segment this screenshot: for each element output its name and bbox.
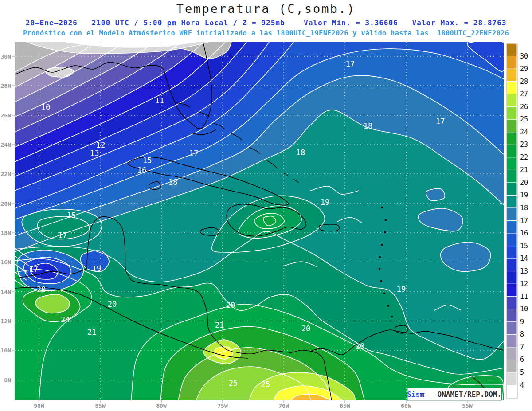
lat-tick-label: 24N — [1, 141, 12, 148]
colorbar-segment — [507, 309, 517, 322]
valid-time-line: 20–Ene–2026 2100 UTC / 5:00 pm Hora Loca… — [0, 19, 532, 27]
lat-tick-label: 26N — [1, 112, 12, 119]
colorbar-label: 18 — [520, 204, 528, 212]
colorbar-label: 14 — [520, 254, 528, 262]
contour-label: 15 — [143, 156, 152, 165]
colorbar-label: 29 — [520, 65, 528, 73]
contour-label: 16 — [137, 166, 146, 175]
colorbar-label: 28 — [520, 78, 528, 86]
colorbar-segment — [507, 297, 517, 309]
contour-label: 15 — [67, 211, 76, 220]
lat-tick-label: 30N — [1, 53, 12, 60]
contour-label: 19 — [92, 264, 101, 273]
contour-label: 13 — [90, 149, 99, 158]
contour-label: 20 — [301, 324, 310, 333]
contour-label: 18 — [168, 178, 177, 187]
colorbar-segment — [507, 258, 517, 271]
colorbar-label: 22 — [520, 153, 528, 161]
contour-label: 19 — [321, 198, 329, 207]
lon-tick-label: 85W — [95, 403, 106, 409]
colorbar-label: 20 — [520, 179, 528, 187]
colorbar-segment — [507, 208, 517, 221]
contour-label: 17 — [189, 149, 198, 158]
colorbar-label: 17 — [520, 217, 528, 225]
brand-sis: Sis — [407, 390, 420, 399]
colorbar-label: 12 — [520, 280, 528, 288]
contour-label: 17 — [58, 231, 67, 240]
lon-tick-label: 90W — [34, 403, 44, 409]
lat-tick-label: 20N — [1, 200, 12, 207]
colorbar-segment — [507, 322, 517, 335]
contour-label: 18 — [364, 121, 372, 130]
colorbar-segment — [507, 170, 517, 183]
contour-label: 10 — [41, 103, 50, 112]
colorbar-label: 30 — [520, 52, 528, 60]
contour-label: 21 — [215, 321, 224, 329]
colorbar-segment — [507, 94, 517, 107]
colorbar-segment — [507, 157, 517, 170]
contour-label: 25 — [229, 379, 238, 388]
lon-tick-label: 65W — [340, 403, 350, 409]
contour-label: 20 — [356, 342, 364, 351]
contour-label: 18 — [296, 148, 305, 157]
colorbar-segment — [507, 372, 517, 385]
colorbar-segment — [507, 145, 517, 157]
branding-box: Sisπ – ONAMET/REP.DOM. — [407, 388, 501, 401]
contour-label: 20 — [37, 285, 46, 294]
map-field: 1011121315161718151717201924211717181819… — [15, 40, 506, 400]
colorbar-label: 27 — [520, 90, 528, 98]
contour-label: 12 — [96, 141, 105, 149]
colorbar-label: 16 — [520, 229, 528, 237]
colorbar-segment — [507, 334, 517, 347]
lat-tick-label: 22N — [1, 171, 12, 177]
lat-tick-label: 16N — [1, 259, 12, 266]
colorbar-label: 4 — [520, 381, 524, 389]
lon-tick-label: 55W — [462, 403, 473, 409]
contour-map-svg: 1011121315161718151717201924211717181819… — [0, 0, 532, 411]
colorbar-segment — [507, 385, 517, 398]
model-info-line: Pronóstico con el Modelo Atmósferico WRF… — [0, 29, 532, 37]
contour-label: 17 — [346, 59, 355, 68]
colorbar-label: 24 — [520, 128, 528, 136]
colorbar-segment — [507, 221, 517, 234]
contour-label: 20 — [226, 301, 235, 309]
contour-label: 24 — [61, 315, 70, 324]
contour-label: 25 — [261, 380, 270, 389]
colorbar-label: 8 — [520, 330, 524, 338]
lat-tick-label: 10N — [1, 347, 12, 354]
contour-label: 17 — [29, 265, 38, 274]
colorbar-segment — [507, 347, 517, 360]
colorbar-label: 15 — [520, 242, 528, 250]
colorbar-segment — [507, 56, 517, 69]
colorbar-segment — [507, 195, 517, 208]
colorbar-label: 6 — [520, 356, 524, 364]
colorbar-segment — [507, 107, 517, 120]
colorbar-segment — [507, 360, 517, 372]
contour-label: 20 — [108, 300, 117, 309]
lat-tick-label: 18N — [1, 230, 12, 236]
page-title: Temperatura (C,somb.) — [0, 2, 532, 16]
lat-tick-label: 12N — [1, 318, 12, 325]
colorbar-label: 21 — [520, 166, 528, 174]
colorbar-segment — [507, 132, 517, 145]
colorbar-label: 13 — [520, 267, 528, 275]
colorbar-segment — [507, 82, 517, 94]
colorbar-segment — [507, 233, 517, 246]
colorbar-label: 9 — [520, 318, 524, 326]
lat-tick-label: 14N — [1, 289, 12, 295]
lat-tick-label: 8N — [4, 377, 11, 384]
lon-tick-label: 80W — [156, 403, 167, 409]
lon-tick-label: 70W — [278, 403, 289, 409]
colorbar-label: 10 — [520, 305, 528, 313]
colorbar: 3029282726252423222120191817161514131211… — [506, 43, 528, 398]
colorbar-label: 23 — [520, 141, 528, 149]
weather-map: 1011121315161718151717201924211717181819… — [0, 0, 532, 411]
lon-tick-label: 60W — [401, 403, 411, 409]
colorbar-segment — [507, 271, 517, 284]
contour-label: 19 — [397, 285, 406, 294]
colorbar-segment — [507, 119, 517, 132]
colorbar-label: 26 — [520, 103, 528, 111]
colorbar-label: 11 — [520, 293, 528, 301]
colorbar-label: 5 — [520, 368, 524, 376]
colorbar-segment — [507, 284, 517, 297]
